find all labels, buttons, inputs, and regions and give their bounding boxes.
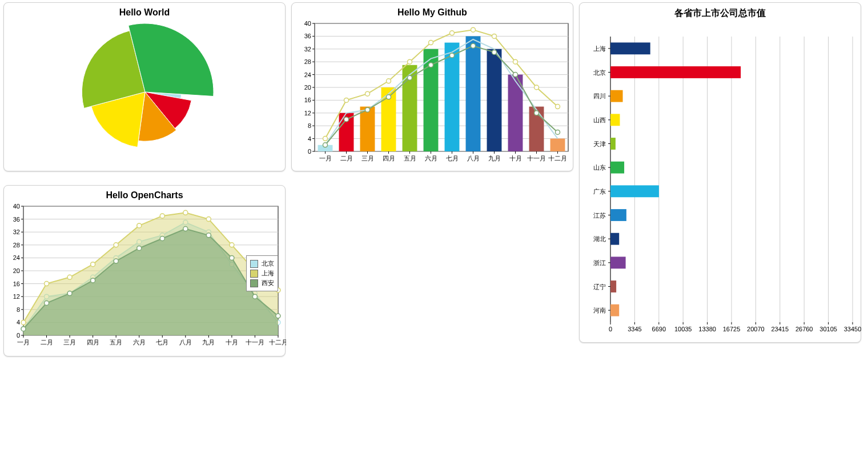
svg-text:北京: 北京 [593, 69, 606, 76]
area-marker [91, 278, 95, 283]
svg-text:山西: 山西 [593, 117, 606, 123]
svg-text:8: 8 [308, 122, 311, 129]
svg-text:七月: 七月 [446, 155, 459, 162]
bar [445, 43, 460, 151]
area-marker [114, 259, 118, 263]
svg-text:6690: 6690 [652, 326, 666, 332]
svg-text:23415: 23415 [771, 326, 789, 332]
area-marker [137, 246, 142, 250]
chart-title-area: Hello OpenCharts [4, 190, 285, 201]
line-marker [408, 75, 412, 80]
legend-item: 北京 [250, 259, 274, 268]
svg-text:一月: 一月 [17, 339, 30, 346]
legend-label: 上海 [262, 269, 274, 278]
svg-text:十二月: 十二月 [269, 339, 287, 346]
hbar [610, 185, 659, 197]
svg-text:20: 20 [13, 267, 20, 274]
area-marker [91, 262, 95, 267]
svg-text:36: 36 [13, 216, 20, 223]
svg-text:20: 20 [304, 84, 311, 91]
area-marker [183, 227, 188, 231]
legend-swatch [250, 279, 258, 287]
svg-text:24: 24 [304, 71, 311, 78]
area-marker [206, 217, 211, 222]
svg-text:4: 4 [17, 319, 20, 326]
hbar [610, 42, 650, 54]
area-marker [45, 301, 49, 306]
line-marker [365, 91, 370, 96]
svg-text:28: 28 [13, 242, 20, 248]
hbar [610, 209, 626, 221]
svg-text:32: 32 [304, 46, 311, 53]
svg-text:河南: 河南 [593, 307, 606, 314]
svg-text:28: 28 [304, 58, 311, 65]
svg-text:八月: 八月 [467, 155, 480, 162]
svg-text:四川: 四川 [593, 93, 606, 99]
svg-text:十月: 十月 [509, 155, 522, 162]
line-marker [323, 143, 328, 147]
svg-text:十月: 十月 [226, 339, 238, 346]
area-chart: 0481216202428323640一月二月三月四月五月六月七月八月九月十月十… [4, 201, 286, 352]
hbar [610, 138, 616, 150]
pie-chart [4, 18, 286, 166]
bar [487, 49, 502, 151]
svg-text:江苏: 江苏 [593, 212, 606, 219]
hbar [610, 90, 623, 102]
svg-text:12: 12 [304, 110, 311, 117]
svg-text:16: 16 [304, 97, 311, 103]
svg-text:十一月: 十一月 [246, 339, 264, 346]
svg-text:二月: 二月 [41, 339, 53, 346]
line-marker [450, 31, 455, 35]
area-marker [183, 210, 188, 215]
svg-text:36: 36 [304, 33, 311, 39]
line-marker [513, 73, 518, 77]
area-marker [252, 294, 257, 299]
svg-text:十一月: 十一月 [527, 155, 546, 162]
svg-text:20070: 20070 [747, 326, 765, 332]
barline-chart: 0481216202428323640一月二月三月四月五月六月七月八月九月十月十… [292, 18, 574, 169]
svg-text:九月: 九月 [488, 155, 501, 162]
line-marker [450, 53, 455, 58]
svg-text:辽宁: 辽宁 [593, 283, 606, 290]
line-marker [387, 79, 391, 83]
svg-text:七月: 七月 [156, 339, 168, 346]
line-marker [556, 130, 560, 134]
svg-text:10035: 10035 [674, 326, 692, 332]
svg-text:三月: 三月 [63, 339, 76, 346]
area-marker [137, 223, 142, 228]
bar [508, 75, 523, 151]
line-marker [471, 27, 476, 32]
legend-item: 西安 [250, 279, 274, 287]
page: Hello World Hello My Github 048121620242… [0, 0, 868, 457]
area-marker [21, 320, 26, 324]
svg-text:一月: 一月 [319, 155, 332, 162]
bar [550, 139, 565, 151]
svg-text:湖北: 湖北 [593, 235, 606, 242]
area-marker [114, 243, 118, 247]
legend-label: 西安 [262, 279, 274, 287]
bar [466, 36, 481, 151]
svg-text:8: 8 [17, 306, 20, 313]
chart-title-pie: Hello World [4, 7, 285, 18]
svg-text:六月: 六月 [425, 155, 437, 162]
line-marker [387, 95, 391, 99]
area-marker [230, 243, 234, 247]
hbar [610, 280, 616, 292]
area-marker [230, 255, 234, 260]
line-series [326, 39, 558, 145]
hbar [610, 66, 741, 78]
line-marker [556, 105, 560, 109]
hbar [610, 256, 626, 268]
svg-text:32: 32 [13, 228, 20, 235]
svg-text:40: 40 [13, 203, 20, 210]
area-marker [67, 291, 72, 296]
area-marker [21, 327, 26, 331]
svg-text:4: 4 [308, 135, 311, 142]
hbar [610, 304, 619, 316]
svg-text:16: 16 [13, 280, 20, 287]
chart-title-barline: Hello My Github [292, 7, 573, 18]
chart-card-hbar: 各省市上市公司总市值 03345669010035133801672520070… [579, 2, 861, 343]
line-marker [323, 137, 328, 141]
line-marker [513, 59, 518, 64]
svg-text:六月: 六月 [133, 339, 146, 346]
